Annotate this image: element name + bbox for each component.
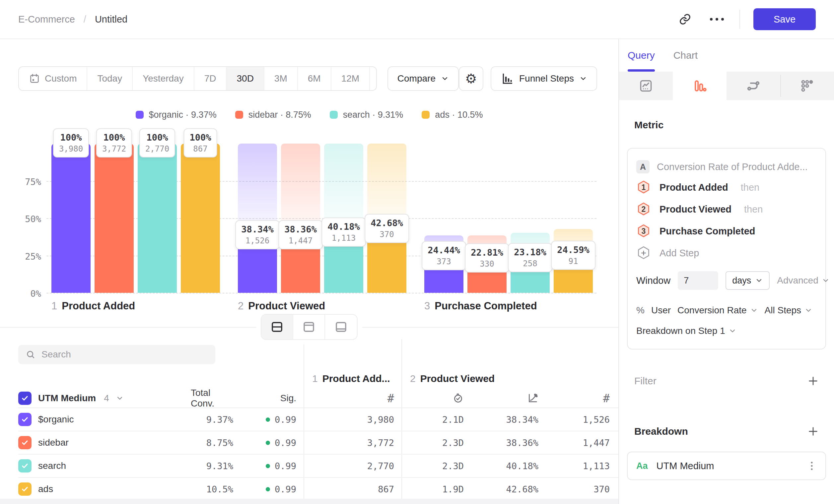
- report-type-retention[interactable]: [780, 72, 834, 100]
- compare-button[interactable]: Compare: [388, 66, 459, 91]
- significance-dot: [266, 441, 270, 445]
- step-metric-value: 2.1D: [401, 408, 471, 431]
- query-step-row[interactable]: 2Product Viewedthen: [628, 198, 826, 220]
- steps-scope-select[interactable]: All Steps: [765, 305, 813, 316]
- window-value-input[interactable]: [678, 271, 718, 290]
- funnel-bar[interactable]: 38.34%1,526: [238, 125, 277, 293]
- layout-split-button[interactable]: [261, 315, 293, 339]
- table-row[interactable]: $organic9.37%0.993,9802.1D38.34%1,526: [18, 408, 618, 431]
- breakdown-column-header[interactable]: UTM Medium: [38, 393, 96, 404]
- row-checkbox[interactable]: [18, 482, 31, 496]
- date-range-today[interactable]: Today: [87, 67, 133, 90]
- chart-view-selector[interactable]: Funnel Steps: [491, 66, 597, 91]
- metric-section-title: Metric: [634, 119, 819, 131]
- split-view-icon: [270, 320, 284, 334]
- insights-icon: [639, 78, 653, 93]
- funnel-bar[interactable]: 100%867: [181, 125, 220, 293]
- funnel-bar[interactable]: 23.18%258: [510, 125, 550, 293]
- breadcrumb-current[interactable]: Untitled: [95, 14, 127, 25]
- table-row[interactable]: sidebar8.75%0.993,7722.3D38.36%1,447: [18, 431, 618, 455]
- more-menu-icon[interactable]: [708, 10, 726, 28]
- breadcrumb-separator: /: [84, 14, 86, 25]
- date-range-30d[interactable]: 30D: [226, 67, 264, 90]
- sig-header[interactable]: Sig.: [241, 388, 304, 409]
- layout-bottom-button[interactable]: [325, 315, 357, 339]
- settings-button[interactable]: ⚙: [459, 66, 483, 91]
- funnel-chart: 0%25%50%75% 100%3,980100%3,772100%2,7701…: [0, 125, 618, 315]
- layout-top-button[interactable]: [293, 315, 325, 339]
- tab-chart[interactable]: Chart: [674, 39, 698, 72]
- table-row[interactable]: ads10.5%0.998671.9D42.68%370: [18, 478, 618, 501]
- counting-method-select[interactable]: User: [651, 305, 671, 316]
- total-conv-header[interactable]: Total Conv.: [191, 388, 241, 409]
- chevron-down-icon: [805, 306, 812, 314]
- step1-count-header[interactable]: #: [304, 388, 401, 409]
- tab-query[interactable]: Query: [628, 39, 655, 72]
- legend-label: ads · 10.5%: [435, 110, 483, 120]
- add-breakdown-button[interactable]: [808, 426, 819, 437]
- step-metric-value: 42.68%: [471, 478, 546, 500]
- step2-count-header[interactable]: #: [546, 388, 617, 409]
- step-metric-value: 38.34%: [471, 408, 546, 431]
- query-step-row[interactable]: 1Product Addedthen: [628, 177, 826, 198]
- date-range-xtd[interactable]: XTD: [370, 67, 377, 90]
- legend-item[interactable]: search · 9.31%: [330, 109, 403, 120]
- bar-value-label: 42.68%370: [365, 214, 409, 243]
- advanced-toggle[interactable]: Advanced: [777, 275, 830, 286]
- legend-item[interactable]: ads · 10.5%: [422, 109, 483, 120]
- funnel-groups: 100%3,980100%3,772100%2,770100%8671Produ…: [51, 125, 618, 312]
- table-row[interactable]: search9.31%0.992,7702.3D40.18%1,113: [18, 455, 618, 478]
- step-connector: then: [744, 204, 763, 215]
- funnel-bar[interactable]: 24.44%373: [424, 125, 463, 293]
- significance-value: 0.99: [241, 431, 304, 454]
- search-input[interactable]: [42, 349, 208, 360]
- chart-legend: $organic · 9.37%sidebar · 8.75%search · …: [0, 109, 618, 120]
- funnel-bar[interactable]: 40.18%1,113: [324, 125, 363, 293]
- select-all-checkbox[interactable]: [18, 392, 31, 405]
- funnel-bar[interactable]: 100%2,770: [138, 125, 177, 293]
- date-range-7d[interactable]: 7D: [194, 67, 227, 90]
- funnel-steps-list: 1Product Addedthen2Product Viewedthen3Pu…: [628, 177, 826, 242]
- search-box[interactable]: [18, 345, 215, 364]
- metric-name-row[interactable]: A Conversion Rate of Product Adde...: [628, 157, 826, 177]
- add-filter-button[interactable]: [808, 375, 819, 387]
- funnel-bar[interactable]: 100%3,980: [51, 125, 91, 293]
- add-step-row[interactable]: + Add Step: [628, 242, 826, 264]
- step-metric-value: 867: [304, 478, 401, 500]
- row-checkbox[interactable]: [18, 459, 31, 473]
- date-range-12m[interactable]: 12M: [331, 67, 370, 90]
- legend-item[interactable]: $organic · 9.37%: [136, 109, 217, 120]
- date-range-custom[interactable]: Custom: [19, 67, 87, 90]
- report-type-funnels[interactable]: [673, 72, 726, 100]
- report-type-flows[interactable]: [726, 72, 780, 100]
- funnel-bar[interactable]: 22.81%330: [467, 125, 507, 293]
- row-checkbox[interactable]: [18, 413, 31, 426]
- step2-time-header[interactable]: [401, 388, 471, 409]
- step2-rate-header[interactable]: [471, 388, 546, 409]
- date-range-yesterday[interactable]: Yesterday: [133, 67, 194, 90]
- top-bar: E-Commerce / Untitled Save: [0, 0, 834, 39]
- date-range-6m[interactable]: 6M: [298, 67, 331, 90]
- funnel-bar[interactable]: 100%3,772: [94, 125, 134, 293]
- query-step-row[interactable]: 3Purchase Completed: [628, 220, 826, 242]
- date-range-3m[interactable]: 3M: [264, 67, 298, 90]
- window-unit-select[interactable]: days: [726, 271, 770, 290]
- funnel-bar[interactable]: 38.36%1,447: [281, 125, 320, 293]
- breakdown-count: 4: [104, 393, 109, 404]
- report-toolbar: Custom Today Yesterday 7D 30D 3M 6M 12M …: [18, 66, 597, 91]
- share-link-icon[interactable]: [676, 10, 694, 28]
- table-search-row: [18, 339, 618, 370]
- total-conv-value: 8.75%: [191, 431, 241, 454]
- measurement-select[interactable]: Conversion Rate: [677, 305, 758, 316]
- kebab-menu-icon[interactable]: [807, 460, 817, 472]
- funnel-bar[interactable]: 42.68%370: [367, 125, 407, 293]
- legend-item[interactable]: sidebar · 8.75%: [235, 109, 311, 120]
- funnel-bar[interactable]: 24.59%91: [554, 125, 593, 293]
- breadcrumb-parent[interactable]: E-Commerce: [18, 14, 75, 25]
- breakdown-on-step-select[interactable]: Breakdown on Step 1: [628, 322, 826, 340]
- row-checkbox[interactable]: [18, 436, 31, 449]
- save-button[interactable]: Save: [753, 8, 816, 30]
- report-type-insights[interactable]: [619, 72, 673, 100]
- significance-dot: [266, 464, 270, 468]
- breakdown-property-card[interactable]: Aa UTM Medium: [627, 452, 826, 480]
